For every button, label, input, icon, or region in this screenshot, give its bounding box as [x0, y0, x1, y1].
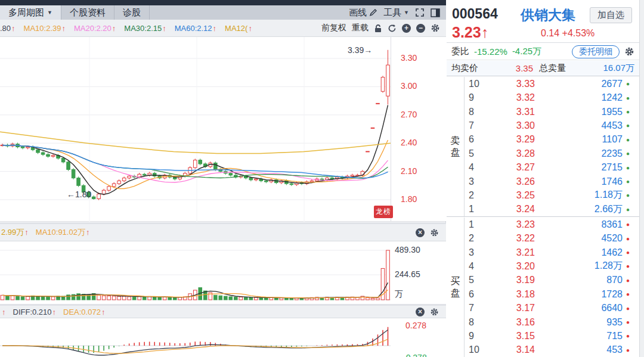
level-volume: 4453: [535, 120, 626, 131]
level-price[interactable]: 3.15: [486, 331, 535, 342]
volume-chart[interactable]: [0, 241, 391, 304]
macd-tick-top: 0.278: [405, 321, 426, 330]
side-panel-toggle-icon[interactable]: [431, 8, 440, 17]
buy-row[interactable]: 53.19870●: [465, 274, 639, 287]
zoom-out-icon[interactable]: −: [416, 24, 425, 33]
macd-chart[interactable]: [0, 318, 391, 357]
add-watchlist-button[interactable]: 加自选: [590, 7, 632, 23]
tab-2[interactable]: 个股资料: [61, 5, 114, 20]
refresh-icon[interactable]: [388, 24, 397, 33]
sell-row[interactable]: 33.261746●: [465, 175, 639, 188]
level-volume: 870: [535, 275, 626, 285]
settings-gear-icon[interactable]: [431, 23, 440, 33]
order-dot-icon: ●: [626, 263, 639, 269]
volume-settings-icon[interactable]: [430, 228, 439, 237]
price-axis: 3.303.002.702.402.101.80: [391, 37, 446, 221]
close-macd-panel-icon[interactable]: ×: [416, 308, 425, 316]
level-price[interactable]: 3.24: [486, 204, 535, 215]
level-price[interactable]: 3.25: [486, 190, 535, 201]
level-price[interactable]: 3.21: [486, 247, 535, 258]
sell-order-book: 卖盘 103.332677●93.321242●83.311955●73.304…: [447, 77, 639, 217]
level-price[interactable]: 3.33: [486, 79, 535, 89]
kline-chart[interactable]: [0, 37, 391, 222]
scrollbar[interactable]: [639, 0, 644, 357]
sell-row[interactable]: 13.242.66万●: [465, 203, 639, 216]
chevron-down-icon: ▼: [47, 10, 52, 15]
sell-row[interactable]: 103.332677●: [465, 77, 639, 91]
volume-chart-panel[interactable]: 489.30 244.65 万: [0, 241, 446, 304]
level-price[interactable]: 3.29: [486, 134, 535, 145]
level-price[interactable]: 3.28: [486, 148, 535, 159]
price-tick: 2.40: [401, 138, 417, 147]
level-price[interactable]: 3.31: [486, 107, 535, 117]
volume-unit-label: 万: [395, 289, 403, 300]
level-price[interactable]: 3.16: [486, 317, 535, 328]
fuquan-button[interactable]: 前复权: [321, 23, 346, 33]
tools-menu-button[interactable]: 工具 ▼: [383, 7, 409, 18]
level-price[interactable]: 3.22: [486, 233, 535, 244]
stock-name[interactable]: 供销大集: [521, 6, 575, 24]
ranking-badge[interactable]: 龙榜: [374, 206, 393, 218]
chart-tabbar: 多周期图▼个股资料诊股 画线 工具 ▼: [0, 5, 446, 20]
level-price[interactable]: 3.14: [486, 344, 535, 355]
level-price[interactable]: 3.19: [486, 275, 535, 285]
sell-row[interactable]: 23.251.18万●: [465, 188, 639, 202]
tab-1[interactable]: 多周期图▼: [0, 5, 61, 20]
buy-order-book: 买盘 13.238361●23.224520●33.211462●43.201.…: [447, 218, 639, 357]
weibi-row: 委比 -15.22% -4.25万 委托明细: [447, 44, 639, 60]
chevron-down-icon: ▼: [404, 10, 409, 15]
sell-row[interactable]: 43.272715●: [465, 160, 639, 174]
level-price[interactable]: 3.26: [486, 176, 535, 187]
avg-sell-price: 3.35: [478, 63, 533, 73]
buy-row[interactable]: 13.238361●: [465, 218, 639, 231]
macd-chart-panel[interactable]: 0.278 -0.278: [0, 318, 446, 357]
level-price[interactable]: 3.17: [486, 303, 535, 313]
sell-row[interactable]: 83.311955●: [465, 105, 639, 119]
sell-row[interactable]: 53.282235●: [465, 147, 639, 160]
tab-3[interactable]: 诊股: [114, 5, 150, 20]
sell-row[interactable]: 93.321242●: [465, 91, 639, 104]
order-dot-icon: ●: [626, 178, 639, 185]
unlock-icon[interactable]: [374, 24, 382, 33]
buy-row[interactable]: 63.181728●: [465, 287, 639, 301]
buy-row[interactable]: 93.15715●: [465, 329, 639, 343]
sell-row[interactable]: 73.304453●: [465, 119, 639, 132]
close-volume-panel-icon[interactable]: ×: [416, 228, 425, 237]
panel-settings-icon[interactable]: [624, 46, 634, 57]
buy-row[interactable]: 23.224520●: [465, 231, 639, 245]
sell-row[interactable]: 63.291107●: [465, 133, 639, 147]
indicator-value: MA60:2.12↑: [175, 24, 216, 33]
level-price[interactable]: 3.23: [486, 219, 535, 230]
zoom-in-icon[interactable]: +: [402, 24, 411, 33]
chart-pane: 多周期图▼个股资料诊股 画线 工具 ▼: [0, 0, 446, 357]
level-price[interactable]: 3.18: [486, 289, 535, 300]
buy-row[interactable]: 33.211462●: [465, 246, 639, 259]
reload-button[interactable]: 重载: [352, 23, 369, 33]
level-volume: 1462: [535, 247, 626, 258]
macd-settings-icon[interactable]: [430, 308, 439, 316]
buy-row[interactable]: 73.176640●: [465, 301, 639, 315]
avg-price-row: 均卖价 3.35 总卖量 16.07万: [447, 61, 639, 76]
quote-header: 000564 供销大集 加自选 3.23↑ 0.14 +4.53%: [447, 0, 639, 43]
buy-row[interactable]: 103.14453●: [465, 343, 639, 357]
sell-side-label: 卖盘: [447, 77, 465, 216]
order-dot-icon: ●: [626, 108, 639, 115]
order-detail-button[interactable]: 委托明细: [572, 45, 620, 58]
level-volume: 2677: [535, 79, 626, 89]
fullscreen-icon[interactable]: [415, 8, 425, 17]
level-price[interactable]: 3.20: [486, 261, 535, 272]
level-volume: 6640: [535, 303, 626, 313]
draw-line-button[interactable]: 画线: [349, 7, 377, 18]
buy-row[interactable]: 43.201.28万●: [465, 259, 639, 273]
order-dot-icon: ●: [626, 277, 639, 284]
level-volume: 1.18万: [535, 189, 626, 201]
buy-row[interactable]: 83.16935●: [465, 315, 639, 329]
level-price[interactable]: 3.32: [486, 92, 535, 103]
kline-chart-panel[interactable]: 3.303.002.702.402.101.80 3.39→ ←1.80 龙榜: [0, 37, 446, 222]
order-dot-icon: ●: [626, 136, 639, 143]
level-price[interactable]: 3.30: [486, 120, 535, 131]
order-dot-icon: ●: [626, 122, 639, 129]
level-price[interactable]: 3.27: [486, 162, 535, 173]
macd-indicator-bar: ↑DIFF:0.210↑DEA:0.072↑ ×: [0, 306, 446, 318]
level-number: 1: [465, 204, 486, 215]
